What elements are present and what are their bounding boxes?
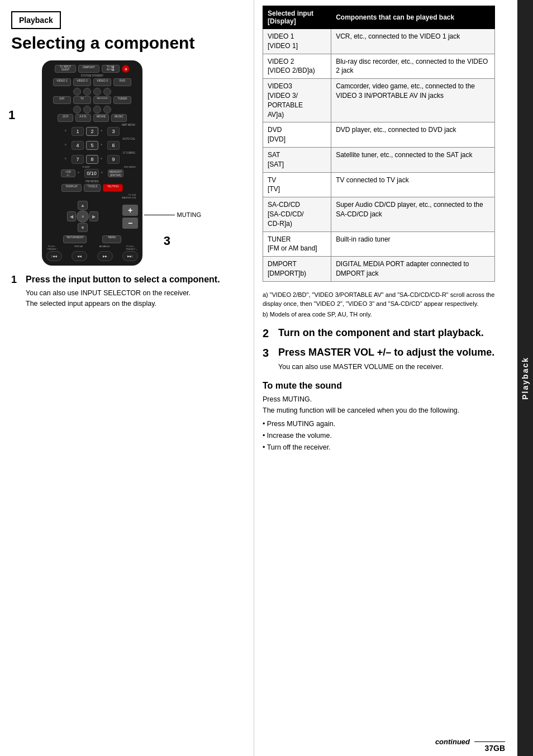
muting-label: MUTING	[144, 211, 201, 218]
continued-line	[474, 741, 505, 743]
dpad-down[interactable]: ▼	[78, 223, 88, 232]
sacd-circle[interactable]	[93, 106, 101, 114]
tools-btn[interactable]: °TOOLS	[84, 184, 101, 192]
display-btn[interactable]: °DISPLAY	[61, 184, 82, 192]
power-btn[interactable]: ⏻	[122, 65, 130, 73]
remote-body: TV INPUTSLEEP DMPORT TV I/⏻AV I/⏻ ⏻ SYST…	[42, 60, 142, 266]
replay-btn[interactable]: ◀◀	[72, 251, 87, 261]
dmport-btn[interactable]: DMPORT	[78, 65, 99, 73]
step-2-number: 2	[263, 327, 275, 340]
video2-btn[interactable]: VIDEO 2	[73, 78, 91, 86]
2ch-btn[interactable]: 2CH	[58, 114, 73, 122]
vol-plus-btn[interactable]: +	[122, 205, 138, 216]
num6-btn[interactable]: 6	[107, 141, 120, 150]
movie-btn[interactable]: MOVIE	[93, 114, 109, 122]
dvd-btn[interactable]: DVD	[113, 78, 131, 86]
input-table: Selected input [Display] Components that…	[263, 6, 495, 282]
table-cell-input: VIDEO 1 [VIDEO 1]	[263, 29, 331, 54]
list-item: Increase the volume.	[263, 430, 495, 442]
vertical-tab-text: Playback	[521, 357, 530, 400]
footnotes: a) "VIDEO 2/BD", "VIDEO 3/PORTABLE AV" a…	[263, 290, 495, 319]
tv-input-sleep-btn[interactable]: TV INPUTSLEEP	[55, 65, 76, 73]
vertical-tab: Playback	[517, 0, 533, 756]
num1-btn[interactable]: 1	[72, 127, 84, 136]
video3-circle[interactable]	[93, 88, 101, 96]
right-steps: 2 Turn on the component and start playba…	[263, 327, 495, 372]
next-btn[interactable]: ▶▶|	[122, 251, 138, 261]
mute-bullets: Press MUTING again.Increase the volume.T…	[263, 418, 495, 454]
num8-btn[interactable]: 8	[86, 155, 98, 164]
mute-desc1: Press MUTING.	[263, 394, 495, 405]
table-cell-component: Built-in radio tuner	[331, 231, 495, 257]
sat-btn[interactable]: SAT	[53, 96, 71, 104]
table-cell-input: VIDEO3 [VIDEO 3/ PORTABLE AV]a)	[263, 79, 331, 122]
sat-circle[interactable]	[73, 106, 81, 114]
table-cell-input: SAT [SAT]	[263, 147, 331, 172]
advance-btn[interactable]: ▶▶	[97, 251, 113, 261]
num0-btn[interactable]: 0/10	[84, 169, 99, 178]
step-1-number: 1	[11, 274, 22, 286]
prev-btn[interactable]: |◀◀	[46, 251, 62, 261]
step-2-block: 2 Turn on the component and start playba…	[263, 327, 495, 340]
tv-power-btn[interactable]: TV I/⏻AV I/⏻	[102, 65, 120, 73]
col1-header: Selected input [Display]	[263, 6, 331, 29]
video1-circle[interactable]	[73, 88, 81, 96]
dvd-circle[interactable]	[103, 88, 111, 96]
steps-section-left: 1 Press the input button to select a com…	[11, 274, 242, 309]
tuner-circle[interactable]	[103, 106, 111, 114]
mute-desc2: The muting function will be canceled whe…	[263, 405, 495, 416]
list-item: Press MUTING again.	[263, 418, 495, 430]
muting-btn[interactable]: °MUTING	[103, 184, 123, 192]
table-cell-input: DVD [DVD]	[263, 122, 331, 148]
table-cell-input: VIDEO 2 [VIDEO 2/BD]a)	[263, 54, 331, 79]
num3-btn[interactable]: 3	[107, 127, 120, 136]
continued-text: continued	[435, 738, 470, 746]
dpad-left[interactable]: ◀	[67, 211, 76, 221]
10-btn[interactable]: >10/-/--	[61, 169, 75, 177]
footnote: b) Models of area code SP, AU, TH only.	[263, 310, 495, 319]
video3-btn[interactable]: VIDEO 3	[93, 78, 111, 86]
table-cell-component: Satellite tuner, etc., connected to the …	[331, 147, 495, 172]
dpad-up[interactable]: ▲	[78, 201, 88, 210]
mute-section: To mute the sound Press MUTING. The muti…	[263, 381, 495, 454]
menu-btn[interactable]: °MENU	[102, 235, 121, 243]
step-1-title: Press the input button to select a compo…	[26, 274, 220, 286]
tuner-btn[interactable]: TUNER	[113, 96, 131, 104]
page-number: 37GB	[484, 744, 505, 753]
list-item: Turn off the receiver.	[263, 442, 495, 453]
step-3-title: Press MASTER VOL +/– to adjust the volum…	[278, 347, 494, 359]
table-cell-component: VCR, etc., connected to the VIDEO 1 jack	[331, 29, 495, 54]
table-cell-component: Blu-ray disc recorder, etc., connected t…	[331, 54, 495, 79]
return-exit-btn[interactable]: °RETURN/EXIT	[63, 235, 87, 243]
music-btn[interactable]: MUSIC	[111, 114, 127, 122]
table-cell-input: TUNER [FM or AM band]	[263, 231, 331, 257]
dpad-right[interactable]: ▶	[89, 211, 98, 221]
table-row: SAT [SAT]Satellite tuner, etc., connecte…	[263, 147, 495, 172]
step-3-block: 3 Press MASTER VOL +/– to adjust the vol…	[263, 347, 495, 372]
video2-circle[interactable]	[83, 88, 91, 96]
left-column: Playback Selecting a component 1 TV INPU…	[0, 0, 254, 756]
dpad-center[interactable]: ⚙	[77, 210, 89, 223]
right-column: Selected input [Display] Components that…	[254, 0, 517, 756]
step-1-block: 1 Press the input button to select a com…	[11, 274, 242, 309]
step-label-left-3: 3	[164, 234, 170, 248]
video1-btn[interactable]: VIDEO 1	[53, 78, 71, 86]
table-row: SA-CD/CD [SA-CD/CD/ CD-R]a)Super Audio C…	[263, 197, 495, 231]
tv-circle[interactable]	[83, 106, 91, 114]
table-cell-input: TV [TV]	[263, 172, 331, 197]
table-cell-component: DIGITAL MEDIA PORT adapter connected to …	[331, 257, 495, 282]
sa-cd-btn[interactable]: SA-CD/CD	[93, 96, 111, 104]
step-label-left-1: 1	[8, 108, 15, 122]
num7-btn[interactable]: 7	[72, 155, 84, 164]
table-cell-input: DMPORT [DMPORT]b)	[263, 257, 331, 282]
enter-btn[interactable]: MEMORY(ENTER)	[108, 169, 123, 177]
tv-btn[interactable]: TV	[73, 96, 91, 104]
num5-btn[interactable]: 5	[86, 141, 98, 150]
num2-btn[interactable]: 2	[86, 127, 98, 136]
num9-btn[interactable]: 9	[107, 155, 120, 164]
playback-header-box: Playback	[11, 11, 61, 29]
num4-btn[interactable]: 4	[72, 141, 84, 150]
table-cell-component: TV connected to TV jack	[331, 172, 495, 197]
vol-minus-btn[interactable]: −	[122, 218, 138, 229]
afd-btn[interactable]: A.F.D.	[75, 114, 91, 122]
